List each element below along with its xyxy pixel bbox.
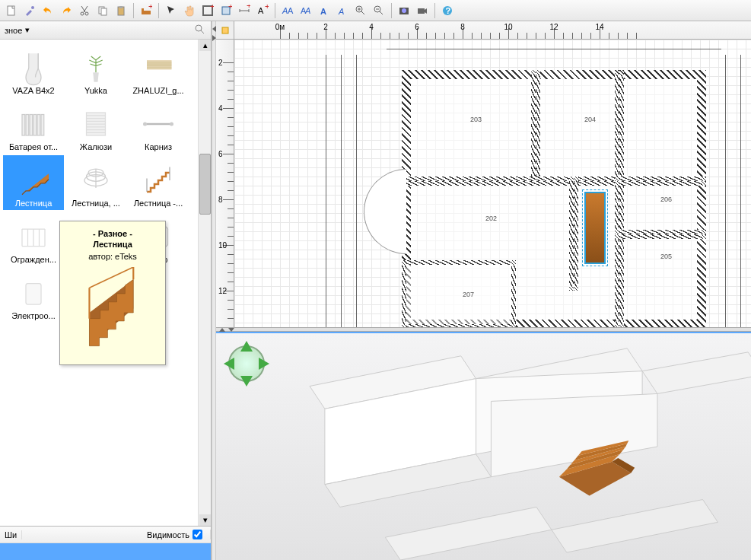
dimension-line (341, 55, 342, 327)
catalog-item-lestnica3[interactable]: Лестница -... (128, 155, 189, 210)
svg-point-41 (170, 123, 173, 126)
bold-icon[interactable]: A (316, 2, 333, 19)
italic-icon[interactable]: A (334, 2, 351, 19)
svg-text:?: ? (446, 6, 451, 15)
svg-text:A: A (258, 6, 264, 15)
catalog-item-yukka[interactable]: Yukka (65, 43, 126, 97)
catalog-item-karniz[interactable]: Карниз (128, 99, 189, 154)
dimension-line (326, 55, 326, 327)
collapse-left-icon[interactable] (212, 26, 216, 32)
separator (391, 3, 392, 18)
svg-text:A: A (304, 6, 310, 15)
visibility-checkbox[interactable] (193, 530, 202, 539)
catalog-item-electro[interactable]: Электроо... (3, 268, 64, 323)
collapse-right-icon[interactable] (212, 35, 216, 41)
photo-icon[interactable] (396, 2, 412, 19)
stairs-object-selected[interactable] (584, 192, 606, 264)
paste-icon[interactable] (113, 2, 129, 19)
svg-point-40 (143, 123, 147, 126)
redo-icon[interactable] (58, 2, 75, 19)
tooltip-author: автор: eTeks (71, 252, 154, 261)
ruler-origin[interactable] (216, 21, 234, 40)
interior-wall[interactable] (531, 70, 540, 184)
collapse-down-icon[interactable] (228, 328, 234, 332)
new-icon[interactable] (3, 2, 20, 19)
svg-rect-33 (22, 115, 25, 136)
dimension-icon[interactable]: + (236, 2, 253, 19)
tool-icon[interactable] (21, 2, 38, 19)
text-icon[interactable]: A+ (254, 2, 271, 19)
room-label: 202 (485, 215, 497, 222)
svg-text:+: + (148, 5, 152, 11)
help-icon[interactable]: ? (439, 2, 456, 19)
svg-point-2 (81, 12, 84, 15)
interior-wall[interactable] (615, 177, 706, 186)
create-walls-icon[interactable]: + (199, 2, 216, 19)
3d-scene (216, 333, 751, 560)
plan-view[interactable]: 0м2468101214 24681012 203 (216, 21, 751, 327)
horizontal-ruler[interactable]: 0м2468101214 (234, 21, 751, 40)
catalog-scrollbar[interactable]: ▴ ▾ (198, 40, 211, 526)
text-style-icon[interactable]: AA (279, 2, 296, 19)
room-label: 207 (463, 291, 474, 298)
undo-icon[interactable] (40, 2, 56, 19)
svg-text:+: + (265, 5, 269, 11)
selected-property-row[interactable] (0, 543, 211, 560)
svg-rect-9 (142, 8, 144, 11)
separator (434, 3, 435, 18)
svg-point-27 (402, 8, 406, 13)
interior-wall[interactable] (569, 177, 578, 291)
scroll-thumb[interactable] (199, 154, 211, 215)
scroll-down-icon[interactable]: ▾ (199, 514, 211, 526)
3d-view[interactable] (216, 332, 751, 560)
svg-text:+: + (210, 5, 214, 11)
properties-panel: Ши Видимость (0, 526, 211, 560)
svg-point-3 (85, 12, 88, 15)
dimension-line (725, 55, 726, 327)
prop-col-width[interactable]: Ши (0, 530, 22, 539)
svg-point-31 (196, 25, 202, 31)
text-style2-icon[interactable]: AA (298, 2, 314, 19)
catalog-item-ograzhdenie[interactable]: Огражден... (3, 212, 64, 266)
select-icon[interactable] (163, 2, 180, 19)
zoom-out-icon[interactable] (371, 2, 387, 19)
prop-col-visibility[interactable]: Видимость (147, 530, 189, 539)
category-label: зное (5, 26, 22, 35)
dimension-line (387, 49, 721, 49)
main-toolbar: + + + + A+ AA AA A A ? (0, 0, 751, 21)
room-label: 203 (470, 116, 482, 123)
add-furniture-icon[interactable]: + (138, 2, 154, 19)
svg-rect-5 (101, 8, 107, 15)
vertical-ruler[interactable]: 24681012 (216, 40, 234, 327)
camera-icon[interactable] (414, 2, 431, 19)
tooltip-name: Лестница (71, 240, 154, 249)
pan-icon[interactable] (181, 2, 198, 19)
plan-canvas[interactable]: 203 204 202 201 205 206 207 (234, 40, 751, 327)
separator (275, 3, 275, 18)
collapse-up-icon[interactable] (219, 328, 225, 332)
svg-rect-37 (37, 115, 40, 136)
svg-rect-46 (26, 284, 41, 305)
svg-rect-47 (222, 27, 228, 33)
interior-wall[interactable] (402, 260, 516, 327)
separator (133, 3, 134, 18)
create-room-icon[interactable]: + (218, 2, 234, 19)
scroll-up-icon[interactable]: ▴ (199, 40, 211, 51)
catalog-item-batareya[interactable]: Батарея от... (3, 99, 64, 154)
category-selector[interactable]: зное ▾ (0, 21, 211, 40)
copy-icon[interactable] (94, 2, 111, 19)
catalog-item-zhaluzi[interactable]: ZHALUZI_g... (128, 43, 189, 97)
zoom-in-icon[interactable] (352, 2, 369, 19)
interior-wall[interactable] (615, 230, 706, 239)
svg-rect-0 (8, 6, 14, 15)
catalog-item-lestnica[interactable]: Лестница (3, 155, 64, 210)
cut-icon[interactable] (76, 2, 93, 19)
svg-text:A: A (288, 6, 294, 15)
dimension-line (356, 55, 357, 327)
catalog-item-lestnica2[interactable]: Лестница, ... (65, 155, 126, 210)
catalog-item-vaza[interactable]: VAZA B4x2 (3, 43, 64, 97)
search-icon[interactable] (194, 24, 206, 37)
catalog-item-zhaluzi2[interactable]: Жалюзи (65, 99, 126, 154)
interior-wall[interactable] (615, 70, 624, 327)
interior-wall[interactable] (402, 177, 622, 186)
